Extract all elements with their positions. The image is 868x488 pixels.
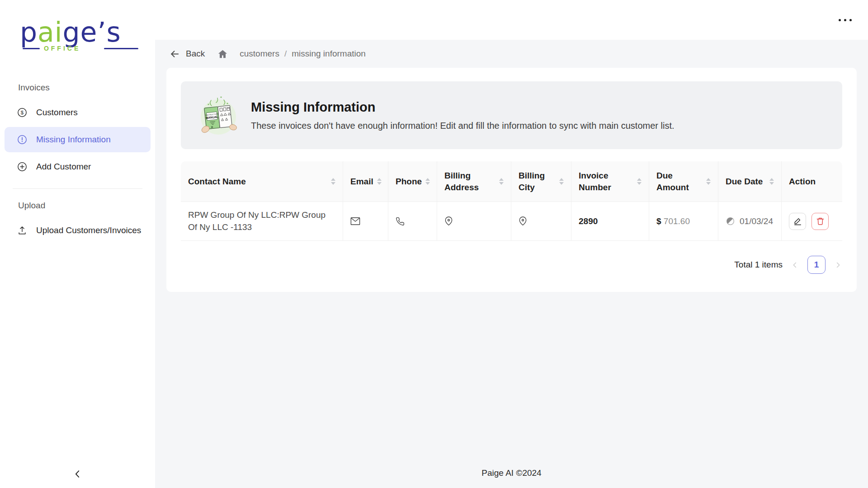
breadcrumb-separator: / [284,49,287,59]
due-date-value: 01/03/24 [740,216,773,228]
home-icon[interactable] [217,49,228,59]
logo-part-p: p [20,16,38,48]
column-header-email[interactable]: Email [343,161,388,202]
logo-part-ai: ai [38,16,62,48]
cell-billing-address [437,202,511,241]
logo-tagline: OFFICE [44,45,80,52]
cell-invoice-number: 2890 [571,202,649,241]
sorter-icon [706,178,711,185]
sorter-icon [331,178,335,185]
content-area: Back customers / missing information [155,40,868,488]
sidebar-group-invoices: Invoices [0,77,155,98]
cell-due-date: 01/03/24 [718,202,782,241]
cell-due-amount: $ 701.60 [649,202,718,241]
pagination: Total 1 items 1 [181,256,842,274]
cell-email [343,202,388,241]
column-header-due-amount[interactable]: Due Amount [649,161,718,202]
dollar-circle-icon: $ [17,108,27,117]
column-header-invoice-number[interactable]: Invoice Number [571,161,649,202]
column-header-due-date[interactable]: Due Date [718,161,782,202]
logo-line-left [23,48,40,49]
page-header-banner: INSTRUCTION MANUAL [181,81,842,149]
column-header-billing-address[interactable]: Billing Address [437,161,511,202]
logo-part-ges: ge’s [63,16,121,48]
plus-circle-icon [17,162,27,172]
breadcrumb-item-customers[interactable]: customers [240,49,279,59]
breadcrumb-trail: customers / missing information [240,49,366,59]
topbar [155,0,868,40]
column-header-action: Action [782,161,842,202]
sidebar-group-upload: Upload [0,195,155,216]
cell-phone [388,202,437,241]
cell-billing-city [511,202,571,241]
delete-button[interactable] [811,213,829,230]
missing-information-card: INSTRUCTION MANUAL [166,68,857,292]
pagination-total: Total 1 items [734,260,783,270]
sorter-icon [769,178,774,185]
logo-wordmark: paige’s [20,18,138,47]
ellipsis-menu-icon[interactable] [836,16,854,24]
upload-icon [17,225,27,235]
footer-text: Paige AI ©2024 [155,468,868,488]
collapse-icon [73,469,83,479]
edit-button[interactable] [789,213,806,230]
cell-contact-name: RPW Group Of Ny LLC:RPW Group Of Ny LLC … [181,202,343,241]
sorter-icon [559,178,564,185]
exclamation-circle-icon [17,135,27,145]
page-description: These invoices don't have enough informa… [251,121,675,131]
envelope-icon [350,217,381,225]
next-page-icon[interactable] [834,261,842,269]
banner-text: Missing Information These invoices don't… [251,100,675,131]
sorter-icon [499,178,504,185]
sidebar-divider [13,188,142,189]
sidebar-item-add-customer[interactable]: Add Customer [5,154,151,179]
sorter-icon [425,178,430,185]
cell-action [782,202,842,241]
table-row: RPW Group Of Ny LLC:RPW Group Of Ny LLC … [181,202,842,241]
main-area: Back customers / missing information [155,0,868,488]
column-header-contact-name[interactable]: Contact Name [181,161,343,202]
back-button[interactable]: Back [170,49,205,59]
sidebar-item-customers[interactable]: $ Customers [5,100,151,125]
trash-icon [816,217,825,225]
sidebar-item-label: Add Customer [36,162,91,172]
missing-information-table: Contact Name Email Phone Billing Address… [181,161,842,241]
page-title: Missing Information [251,100,675,115]
logo-line-right [104,48,138,49]
sidebar-collapse-button[interactable] [71,467,85,481]
breadcrumb-item-missing-information: missing information [292,49,366,59]
location-pin-icon [519,216,564,226]
page-number-button[interactable]: 1 [807,256,826,274]
table-header-row: Contact Name Email Phone Billing Address… [181,161,842,202]
sorter-icon [377,178,382,185]
column-header-billing-city[interactable]: Billing City [511,161,571,202]
sidebar-item-missing-information[interactable]: Missing Information [5,127,151,152]
sidebar-item-upload-customers-invoices[interactable]: Upload Customers/Invoices [5,218,151,243]
phone-icon [396,217,429,226]
edit-icon [793,217,802,225]
sorter-icon [637,178,642,185]
app-logo[interactable]: paige’s OFFICE [20,18,138,52]
half-circle-icon [726,216,735,226]
sidebar-menu: Invoices $ Customers Missing Information… [0,77,155,243]
svg-text:$: $ [21,110,24,115]
breadcrumb: Back customers / missing information [155,40,868,68]
sidebar-item-label: Upload Customers/Invoices [36,225,141,235]
instruction-manual-illustration: INSTRUCTION MANUAL [198,94,239,136]
prev-page-icon[interactable] [791,261,799,269]
sidebar-item-label: Missing Information [36,135,111,145]
back-label: Back [186,49,205,59]
sidebar: paige’s OFFICE Invoices $ Customers Miss… [0,0,155,488]
back-arrow-icon [170,49,180,59]
column-header-phone[interactable]: Phone [388,161,437,202]
sidebar-item-label: Customers [36,108,78,117]
location-pin-icon [444,216,504,226]
